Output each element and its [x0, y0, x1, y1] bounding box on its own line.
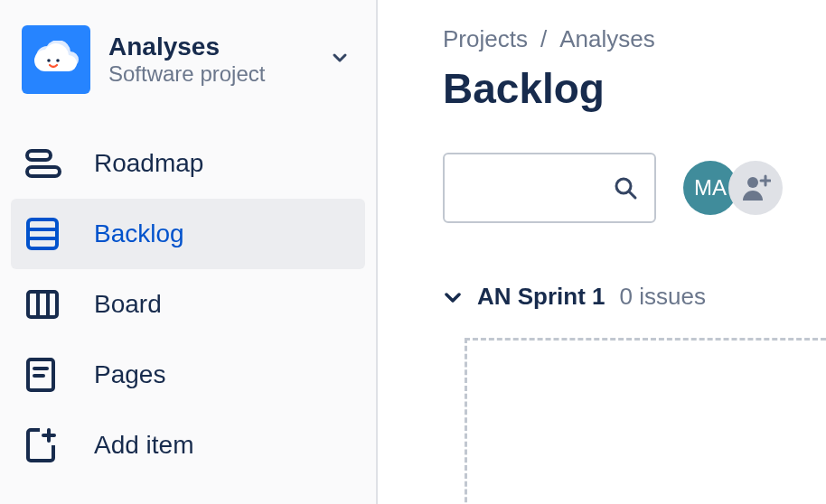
main: Projects / Analyses Backlog MA AN Sprint… [378, 0, 826, 504]
sprint-dropzone[interactable] [465, 338, 826, 504]
project-logo [22, 25, 90, 94]
project-text: Analyses Software project [108, 32, 329, 88]
toolbar: MA [443, 153, 826, 223]
nav-label: Pages [94, 360, 165, 389]
sidebar-item-pages[interactable]: Pages [11, 340, 365, 410]
nav: Roadmap Backlog Board Pages Add item [0, 128, 376, 481]
sprint-header[interactable]: AN Sprint 1 0 issues [443, 283, 826, 311]
svg-rect-3 [27, 167, 60, 176]
sprint-count: 0 issues [620, 283, 706, 311]
breadcrumb-sep: / [540, 25, 547, 53]
search-input[interactable] [443, 153, 656, 223]
nav-label: Add item [94, 431, 194, 460]
project-name: Analyses [108, 32, 329, 62]
svg-rect-4 [28, 219, 57, 248]
pages-icon [25, 357, 69, 393]
search-icon [613, 175, 638, 201]
svg-point-1 [56, 59, 60, 62]
add-people-button[interactable] [728, 161, 783, 215]
nav-label: Board [94, 290, 162, 319]
svg-rect-7 [28, 292, 57, 317]
project-subtitle: Software project [108, 61, 329, 88]
sidebar-item-backlog[interactable]: Backlog [11, 199, 365, 269]
add-user-icon [740, 174, 771, 201]
project-switcher[interactable]: Analyses Software project [0, 25, 376, 128]
nav-label: Backlog [94, 219, 184, 248]
sidebar-item-board[interactable]: Board [11, 269, 365, 340]
backlog-icon [25, 217, 69, 251]
page-title: Backlog [443, 64, 826, 113]
svg-point-17 [747, 177, 758, 188]
chevron-down-icon [329, 47, 354, 72]
breadcrumb: Projects / Analyses [443, 25, 826, 53]
sidebar-item-add[interactable]: Add item [11, 410, 365, 481]
svg-point-0 [47, 59, 51, 62]
sidebar-item-roadmap[interactable]: Roadmap [11, 128, 365, 199]
svg-rect-2 [27, 151, 51, 160]
add-item-icon [25, 427, 69, 463]
avatar-group: MA [683, 161, 783, 215]
breadcrumb-current[interactable]: Analyses [559, 25, 655, 53]
sidebar: Analyses Software project Roadmap Backlo… [0, 0, 378, 504]
avatar-initials: MA [694, 175, 727, 201]
cloud-icon [33, 41, 80, 79]
sprint-name: AN Sprint 1 [477, 283, 605, 311]
svg-line-16 [629, 191, 635, 198]
chevron-down-icon [443, 287, 463, 307]
nav-label: Roadmap [94, 149, 203, 178]
board-icon [25, 287, 69, 322]
roadmap-icon [25, 147, 69, 180]
breadcrumb-root[interactable]: Projects [443, 25, 528, 53]
